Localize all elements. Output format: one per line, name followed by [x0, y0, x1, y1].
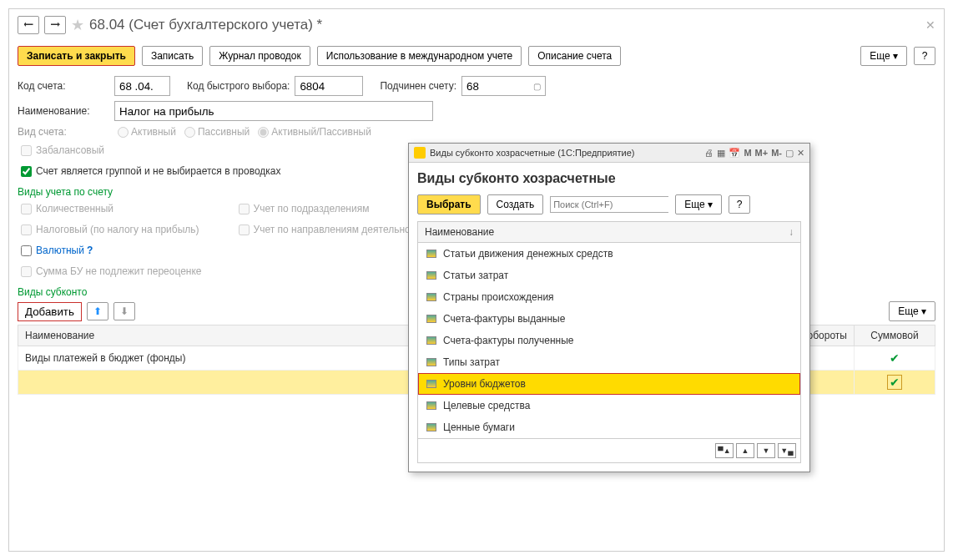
back-button[interactable]: 🠔 [18, 16, 39, 34]
desc-button[interactable]: Описание счета [528, 46, 621, 66]
list-item[interactable]: Счета-фактуры полученные [418, 330, 800, 351]
type-label: Вид счета: [18, 126, 109, 138]
list-item[interactable]: Типы затрат [418, 351, 800, 373]
list-item[interactable]: Статьи движения денежных средств [418, 243, 800, 265]
parent-combo[interactable]: ▢ [461, 76, 546, 96]
nav-first-button[interactable]: ▀▲ [715, 443, 734, 458]
print-icon[interactable]: 🖨 [704, 148, 713, 158]
col-sum[interactable]: Суммовой [855, 325, 935, 346]
parent-label: Подчинен счету: [380, 80, 456, 92]
dept-check [239, 204, 250, 214]
popup-help-button[interactable]: ? [729, 195, 750, 214]
help-button[interactable]: ? [914, 47, 935, 65]
popup-title: Виды субконто хозрасчетные (1С:Предприят… [430, 148, 634, 158]
code-input[interactable] [114, 76, 170, 96]
grid-icon[interactable]: ▦ [717, 148, 725, 159]
more-button[interactable]: Еще ▾ [860, 46, 907, 66]
parent-input[interactable] [462, 77, 529, 95]
move-up-button[interactable]: ⬆ [87, 302, 108, 320]
save-close-button[interactable]: Записать и закрыть [18, 46, 135, 66]
popup-minimize-icon[interactable]: ▢ [785, 148, 794, 159]
select-button[interactable]: Выбрать [417, 194, 481, 214]
nav-last-button[interactable]: ▼▄ [778, 443, 796, 458]
list-item[interactable]: Страны происхождения [418, 286, 800, 308]
search-input[interactable] [551, 197, 671, 212]
type-passive-radio [184, 127, 195, 138]
titlebar: 🠔 🠖 ★ 68.04 (Счет бухгалтерского учета) … [9, 9, 944, 41]
window-title: 68.04 (Счет бухгалтерского учета) * [89, 17, 322, 33]
create-button[interactable]: Создать [487, 194, 544, 214]
list-item[interactable]: Ценные бумаги [418, 416, 800, 438]
m-minus-icon[interactable]: M- [771, 148, 782, 158]
activity-check [239, 225, 250, 235]
sort-icon[interactable]: ↓ [789, 226, 794, 238]
name-input[interactable] [114, 101, 433, 121]
calendar-icon[interactable]: 📅 [729, 148, 740, 159]
main-toolbar: Записать и закрыть Записать Журнал прово… [9, 41, 944, 71]
close-icon[interactable]: ✕ [925, 18, 935, 32]
group-check[interactable] [21, 166, 32, 177]
nav-up-button[interactable]: ▲ [736, 443, 754, 458]
popup-heading: Виды субконто хозрасчетные [417, 171, 801, 186]
save-button[interactable]: Записать [142, 46, 203, 66]
m-plus-icon[interactable]: M+ [755, 148, 769, 158]
popup-list: Статьи движения денежных средствСтатьи з… [417, 243, 801, 439]
m-icon[interactable]: M [744, 148, 751, 158]
currency-check[interactable] [21, 245, 32, 256]
list-item[interactable]: Статьи затрат [418, 265, 800, 286]
name-label: Наименование: [18, 105, 109, 117]
favorite-icon[interactable]: ★ [71, 16, 84, 34]
table-more-button[interactable]: Еще ▾ [889, 301, 935, 321]
app-icon [414, 147, 426, 159]
quick-input[interactable] [295, 76, 363, 96]
intl-button[interactable]: Использование в международном учете [317, 46, 522, 66]
code-label: Код счета: [18, 80, 109, 92]
tax-check [21, 225, 32, 235]
add-button[interactable]: Добавить [18, 302, 82, 321]
list-item[interactable]: Счета-фактуры выданные [418, 308, 800, 330]
forward-button[interactable]: 🠖 [44, 16, 66, 34]
list-nav: ▀▲ ▲ ▼ ▼▄ [417, 439, 801, 463]
popup-titlebar[interactable]: Виды субконто хозрасчетные (1С:Предприят… [409, 144, 809, 163]
journal-button[interactable]: Журнал проводок [209, 46, 310, 66]
currency-help-icon[interactable]: ? [87, 245, 93, 256]
popup-close-icon[interactable]: ✕ [797, 148, 804, 159]
offbalance-check [21, 145, 32, 156]
noreval-check [21, 266, 32, 277]
list-item[interactable]: Целевые средства [418, 395, 800, 416]
nav-down-button[interactable]: ▼ [757, 443, 775, 458]
type-active-radio [118, 127, 129, 138]
quick-label: Код быстрого выбора: [187, 80, 290, 92]
list-header[interactable]: Наименование ↓ [417, 221, 801, 243]
search-box[interactable]: × [550, 196, 668, 213]
move-down-button[interactable]: ⬇ [113, 302, 135, 320]
popup-more-button[interactable]: Еще ▾ [675, 194, 722, 214]
type-ap-radio [258, 127, 269, 138]
subkonto-picker-dialog: Виды субконто хозрасчетные (1С:Предприят… [408, 143, 810, 472]
qty-check [21, 204, 32, 214]
list-item[interactable]: Уровни бюджетов [418, 373, 800, 395]
parent-open-icon[interactable]: ▢ [529, 82, 545, 91]
main-window: 🠔 🠖 ★ 68.04 (Счет бухгалтерского учета) … [8, 8, 945, 552]
